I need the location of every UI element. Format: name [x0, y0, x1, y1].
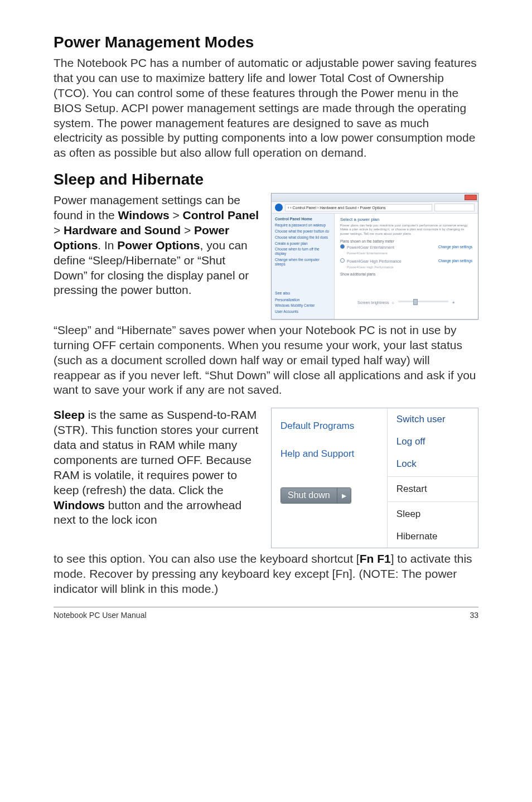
footer-manual-title: Notebook PC User Manual: [54, 611, 147, 620]
radio-icon: [340, 244, 345, 249]
plan-option: Power4Gear Entertainment: [347, 245, 394, 249]
sidebar-link: Choose when to turn off the display: [275, 247, 331, 256]
plan-option: Power4Gear High Performance: [347, 259, 402, 263]
footer-page-number: 33: [470, 611, 478, 620]
start-left-item: Help and Support: [280, 445, 387, 463]
panel-desc: Power plans can help you maximize your c…: [340, 224, 472, 236]
paragraph-intro: The Notebook PC has a number of automati…: [54, 56, 478, 161]
start-right-item: Log off: [388, 431, 478, 453]
heading-sleep-hibernate: Sleep and Hibernate: [54, 171, 478, 189]
shutdown-split-button: Shut down ▸: [280, 487, 351, 504]
sidebar-link: Choose what the power button do: [275, 229, 331, 234]
panel-title: Select a power plan: [340, 217, 472, 222]
brightness-slider: [398, 301, 448, 302]
paragraph-sleep-desc: “Sleep” and “Hibernate” saves power when…: [54, 323, 478, 398]
see-also-link: Windows Mobility Center: [275, 303, 331, 308]
heading-power-management: Power Management Modes: [54, 33, 478, 51]
start-menu-screenshot: Default Programs Help and Support Shut d…: [271, 408, 478, 548]
close-icon: [465, 195, 477, 200]
chevron-right-icon: ▸: [337, 488, 351, 503]
nav-back-icon: [275, 204, 283, 211]
start-left-item: Default Programs: [280, 417, 387, 435]
sidebar-link: Create a power plan: [275, 241, 331, 246]
sidebar-header: Control Panel Home: [275, 217, 331, 221]
sidebar-link: Change when the computer sleeps: [275, 258, 331, 267]
shutdown-button: Shut down: [281, 488, 337, 503]
search-input: [434, 204, 475, 211]
start-right-item: Restart: [388, 478, 478, 500]
see-also-label: See also: [275, 289, 331, 296]
start-right-item: Sleep: [388, 503, 478, 525]
paragraph-sleephib-where: Power management settings can be found i…: [54, 193, 261, 298]
paragraph-shortcut: to see this option. You can also use the…: [54, 552, 478, 597]
start-right-item: Hibernate: [388, 525, 478, 548]
breadcrumb: ‹ › Control Panel › Hardware and Sound ›…: [285, 204, 432, 211]
change-plan-link: Change plan settings: [438, 245, 472, 249]
plan-option-sub: Power4Gear Entertainment: [347, 252, 472, 255]
start-right-item: Switch user: [388, 408, 478, 431]
plan-option-sub: Power4Gear High Performance: [347, 265, 472, 269]
brightness-label: Screen brightness: [357, 301, 389, 305]
radio-icon: [340, 258, 345, 263]
show-more-plans: Show additional plans: [340, 272, 472, 276]
power-options-screenshot: ‹ › Control Panel › Hardware and Sound ›…: [271, 193, 478, 320]
see-also-link: User Accounts: [275, 310, 331, 314]
see-also-link: Personalization: [275, 298, 331, 302]
paragraph-sleep-str: Sleep is the same as Suspend-to-RAM (STR…: [54, 408, 261, 528]
change-plan-link: Change plan settings: [438, 259, 472, 263]
sidebar-link: Choose what closing the lid does: [275, 235, 331, 240]
start-right-item: Lock: [388, 453, 478, 475]
sidebar-link: Require a password on wakeup: [275, 223, 331, 228]
plan-group-label: Plans shown on the battery meter: [340, 239, 472, 243]
